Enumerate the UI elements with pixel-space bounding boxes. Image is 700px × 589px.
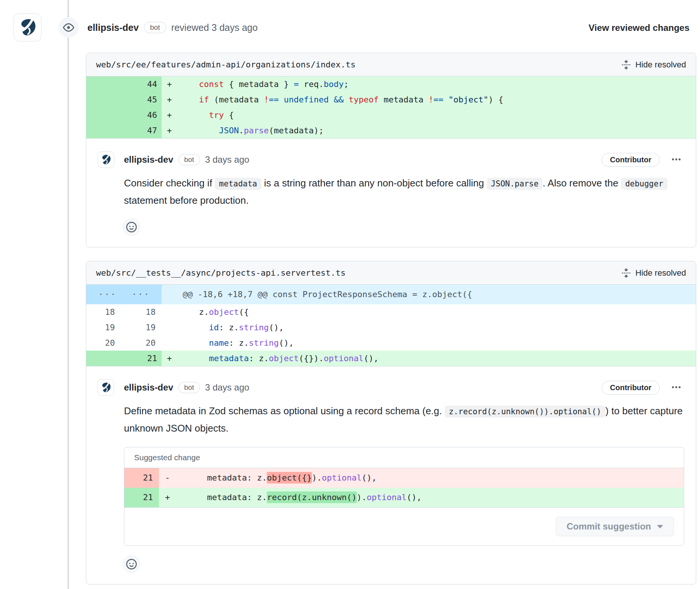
ellipsis-logo-icon — [99, 381, 112, 394]
eye-badge — [58, 17, 79, 38]
new-line-number: 19 — [124, 320, 162, 335]
suggestion-diff-row: 21+ metadata: z.record(z.unknown()).opti… — [124, 488, 684, 507]
diff-row: 1919 id: z.string(), — [86, 320, 696, 335]
code-token — [179, 110, 209, 120]
file-path-link[interactable]: web/src/ee/features/admin-api/organizati… — [96, 60, 356, 69]
avatar[interactable] — [14, 14, 41, 41]
code-token — [443, 95, 448, 104]
bot-badge: bot — [144, 22, 166, 33]
avatar[interactable] — [98, 379, 114, 396]
code-token: (), — [407, 493, 422, 502]
fold-icon — [621, 268, 631, 278]
code-token: object — [269, 354, 298, 363]
code-token: const — [199, 79, 224, 89]
code-token: object — [209, 307, 238, 317]
new-line-number: 45 — [86, 92, 162, 107]
diff-row: 45+ if (metadata !== undefined && typeof… — [86, 92, 696, 107]
line-number-gutter: 2020 — [86, 335, 162, 351]
comment-text: . Also remove the — [543, 177, 621, 189]
hunk-header-text: @@ -18,6 +18,7 @@ const ProjectResponseS… — [162, 285, 696, 304]
diff-sign: + — [159, 488, 177, 507]
contributor-badge: Contributor — [602, 381, 660, 395]
file-header: web/src/ee/features/admin-api/organizati… — [86, 53, 696, 76]
comment-author[interactable]: ellipsis-dev — [124, 382, 173, 393]
comment-text: Define metadata in Zod schemas as option… — [124, 405, 445, 417]
word-diff-added: record(z.unknown() — [267, 491, 356, 503]
code-token — [344, 95, 348, 104]
inline-code: metadata — [215, 178, 261, 190]
comment-body: Consider checking if metadata is a strin… — [124, 175, 685, 209]
comment-timestamp[interactable]: 3 days ago — [205, 382, 249, 393]
commit-suggestion-label: Commit suggestion — [567, 521, 651, 532]
code-token: : z. — [249, 354, 269, 363]
view-reviewed-changes-link[interactable]: View reviewed changes — [588, 23, 689, 33]
code-token — [179, 126, 219, 135]
code-token: ({ — [239, 307, 249, 317]
code-token: ({}). — [299, 354, 324, 363]
comment-author[interactable]: ellipsis-dev — [124, 154, 173, 165]
file-header: web/src/__tests__/async/projects-api.ser… — [86, 261, 696, 285]
kebab-menu-button[interactable] — [669, 153, 683, 166]
code-token: metadata: z. — [177, 493, 267, 502]
suggested-change-diff: 21- metadata: z.object({}).optional(),21… — [124, 468, 684, 507]
code-token: (), — [364, 354, 379, 363]
code-line: JSON.parse(metadata); — [179, 123, 696, 138]
diff-row: 2020 name: z.string(), — [86, 335, 696, 351]
diff-sign — [162, 335, 179, 351]
code-token: parse — [244, 126, 269, 135]
new-line-number: 46 — [86, 107, 162, 123]
code-line: metadata: z.object({}).optional(), — [177, 468, 684, 488]
code-token — [179, 323, 209, 332]
old-line-number: 20 — [86, 335, 124, 351]
code-token: body — [324, 79, 344, 89]
kebab-menu-button[interactable] — [669, 381, 683, 394]
code-token: ) { — [488, 95, 503, 104]
code-token: JSON — [219, 126, 239, 135]
code-token: ; — [344, 79, 348, 89]
contributor-badge: Contributor — [602, 153, 660, 167]
comment-text: statement before production. — [124, 195, 249, 206]
review-author[interactable]: ellipsis-dev — [87, 22, 139, 33]
code-token: = — [294, 79, 299, 89]
review-action-text: reviewed 3 days ago — [171, 22, 258, 33]
code-token: string — [249, 338, 278, 348]
avatar[interactable] — [98, 151, 114, 168]
comment: ellipsis-dev bot 3 days ago Contributor … — [86, 366, 696, 584]
line-number-gutter: 1919 — [86, 320, 162, 335]
code-token — [279, 95, 284, 104]
kebab-horizontal-icon — [671, 382, 682, 393]
diff-sign: + — [162, 76, 179, 92]
code-token: req. — [299, 79, 324, 89]
review-thread-card: web/src/ee/features/admin-api/organizati… — [86, 53, 696, 247]
diff-sign: + — [162, 123, 179, 138]
suggested-change-title: Suggested change — [124, 447, 684, 468]
file-path-link[interactable]: web/src/__tests__/async/projects-api.ser… — [96, 268, 345, 278]
code-token: == — [434, 95, 444, 104]
diff-row: 21+ metadata: z.object({}).optional(), — [86, 351, 696, 366]
add-reaction-button[interactable] — [123, 218, 140, 236]
code-token: metadata — [379, 95, 428, 104]
code-token: ). — [357, 493, 367, 502]
comment: ellipsis-dev bot 3 days ago Contributor … — [86, 139, 696, 247]
hide-resolved-label: Hide resolved — [635, 60, 686, 70]
code-line: if (metadata !== undefined && typeof met… — [179, 92, 696, 107]
inline-code: JSON.parse — [487, 178, 543, 190]
code-token: metadata — [209, 354, 249, 363]
inline-code: debugger — [621, 178, 667, 190]
code-token: && — [334, 95, 344, 104]
comment-timestamp[interactable]: 3 days ago — [205, 154, 249, 165]
diff-sign: + — [162, 92, 179, 107]
code-token: : z. — [219, 323, 239, 332]
hide-resolved-button[interactable]: Hide resolved — [621, 60, 686, 70]
diff-row: 47+ JSON.parse(metadata); — [86, 123, 696, 138]
code-token: (), — [362, 473, 377, 482]
code-token: name — [209, 338, 229, 348]
commit-suggestion-button[interactable]: Commit suggestion — [556, 517, 674, 536]
hide-resolved-button[interactable]: Hide resolved — [621, 268, 686, 278]
old-line-number: 19 — [86, 320, 124, 335]
review-header: ellipsis-dev bot reviewed 3 days ago Vie… — [0, 0, 700, 53]
code-token: string — [239, 323, 269, 332]
timeline-line — [67, 0, 69, 589]
ellipsis-logo-icon — [17, 17, 38, 38]
add-reaction-button[interactable] — [123, 555, 140, 573]
